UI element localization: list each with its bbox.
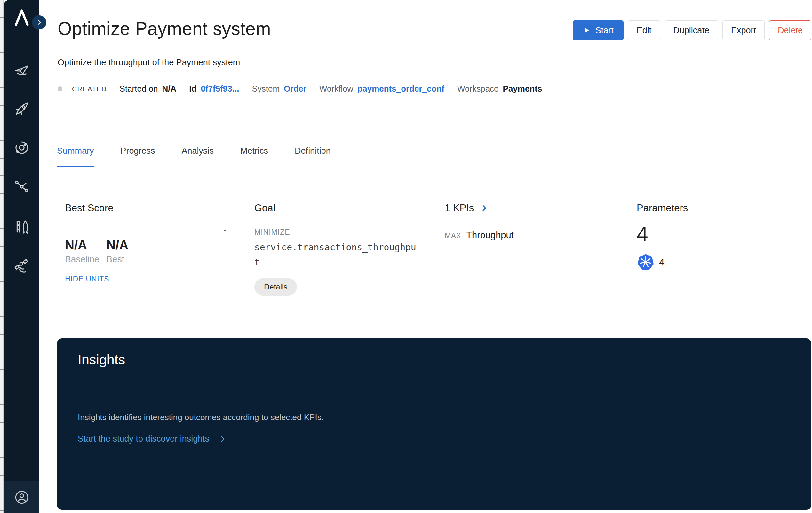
kpis-section: 1 KPIs MAX Throughput xyxy=(445,202,624,241)
goal-section: Goal MINIMIZE service.transactions_throu… xyxy=(254,202,434,296)
orbit-icon xyxy=(13,139,30,156)
tab-progress[interactable]: Progress xyxy=(121,141,155,167)
kpi-item: MAX Throughput xyxy=(445,230,624,241)
goal-metric: service.transactions_throughput xyxy=(254,240,418,270)
system-label: System xyxy=(252,84,280,94)
play-icon xyxy=(583,27,590,34)
study-id-link[interactable]: 0f7f5f93... xyxy=(201,84,239,94)
insights-cta-link[interactable]: Start the study to discover insights xyxy=(78,434,811,444)
sidebar-item-satellite[interactable] xyxy=(4,257,39,274)
status-badge: CREATED xyxy=(72,85,107,93)
duplicate-button[interactable]: Duplicate xyxy=(665,21,718,40)
sidebar xyxy=(4,0,39,513)
started-label: Started on xyxy=(120,84,158,94)
start-button[interactable]: Start xyxy=(573,21,624,40)
satellite-icon xyxy=(13,257,30,274)
hide-units-link[interactable]: HIDE UNITS xyxy=(65,275,244,284)
insights-cta-label: Start the study to discover insights xyxy=(78,434,209,444)
baseline-value: N/A xyxy=(65,238,99,252)
kpis-link[interactable]: 1 KPIs xyxy=(445,202,624,215)
tabs-divider xyxy=(57,167,812,167)
workspace-value: Payments xyxy=(503,84,542,94)
graph-icon xyxy=(13,178,30,195)
kpis-heading: 1 KPIs xyxy=(445,202,474,215)
tab-analysis[interactable]: Analysis xyxy=(182,141,214,167)
edit-button[interactable]: Edit xyxy=(628,21,660,40)
page-title: Optimize Payment system xyxy=(58,18,271,39)
app-root: Optimize Payment system Optimize the thr… xyxy=(0,0,812,513)
goal-heading: Goal xyxy=(254,202,434,215)
best-label: Best xyxy=(106,254,128,265)
tab-bar: Summary Progress Analysis Metrics Defini… xyxy=(57,141,331,167)
kpi-name: Throughput xyxy=(466,230,514,241)
best-score-heading: Best Score xyxy=(65,202,244,215)
best-score-section: Best Score - N/A Baseline N/A Best HIDE … xyxy=(65,202,244,284)
kubernetes-parameters-count: 4 xyxy=(659,257,665,268)
baseline-label: Baseline xyxy=(65,254,99,265)
goal-direction: MINIMIZE xyxy=(254,228,434,237)
lambda-logo-icon xyxy=(11,7,32,28)
details-button[interactable]: Details xyxy=(254,278,297,296)
workflow-label: Workflow xyxy=(319,84,353,94)
insights-panel: Insights Insights identifies interesting… xyxy=(57,339,811,510)
workspace-label: Workspace xyxy=(457,84,499,94)
kubernetes-parameters: 4 xyxy=(637,253,796,272)
tab-summary[interactable]: Summary xyxy=(57,141,94,167)
workflow-link[interactable]: payments_order_conf xyxy=(357,84,444,94)
tab-metrics[interactable]: Metrics xyxy=(240,141,268,167)
tab-definition[interactable]: Definition xyxy=(295,141,331,167)
chevron-right-icon xyxy=(218,435,227,443)
export-button[interactable]: Export xyxy=(722,21,765,40)
best-score-placeholder: - xyxy=(223,225,226,235)
background-window-edge xyxy=(0,0,4,513)
chevron-right-icon xyxy=(36,19,43,26)
sidebar-item-launchpad[interactable] xyxy=(4,218,39,235)
parameters-heading: Parameters xyxy=(637,202,796,215)
best-value: N/A xyxy=(106,238,128,252)
insights-description: Insights identifies interesting outcomes… xyxy=(78,412,811,422)
chevron-right-icon xyxy=(480,203,489,213)
kpi-direction: MAX xyxy=(445,232,461,240)
started-value: N/A xyxy=(162,84,177,94)
parameters-count: 4 xyxy=(637,223,796,245)
start-button-label: Start xyxy=(596,26,614,35)
status-dot xyxy=(58,86,62,91)
best-score-values: N/A Baseline N/A Best xyxy=(65,238,244,265)
id-label: Id xyxy=(189,84,197,94)
page-subtitle: Optimize the throughput of the Payment s… xyxy=(58,58,240,68)
shuttle-icon xyxy=(13,61,30,78)
parameters-section: Parameters 4 4 xyxy=(637,202,796,272)
sidebar-expand-button[interactable] xyxy=(32,16,47,29)
sidebar-account[interactable] xyxy=(4,481,39,513)
sidebar-item-shuttle[interactable] xyxy=(4,61,39,78)
study-meta-row: CREATED Started on N/A Id 0f7f5f93... Sy… xyxy=(58,84,542,94)
header-actions: Start Edit Duplicate Export Delete xyxy=(573,21,811,40)
system-link[interactable]: Order xyxy=(284,84,307,94)
sidebar-item-orbit[interactable] xyxy=(4,139,39,156)
sidebar-divider xyxy=(10,30,33,30)
launchpad-icon xyxy=(13,218,30,235)
kubernetes-icon xyxy=(637,253,655,272)
sidebar-item-graph[interactable] xyxy=(4,178,39,195)
insights-title: Insights xyxy=(78,352,811,368)
sidebar-item-rocket[interactable] xyxy=(4,100,39,117)
delete-button[interactable]: Delete xyxy=(769,21,811,40)
user-icon xyxy=(14,489,30,505)
rocket-icon xyxy=(13,100,30,117)
